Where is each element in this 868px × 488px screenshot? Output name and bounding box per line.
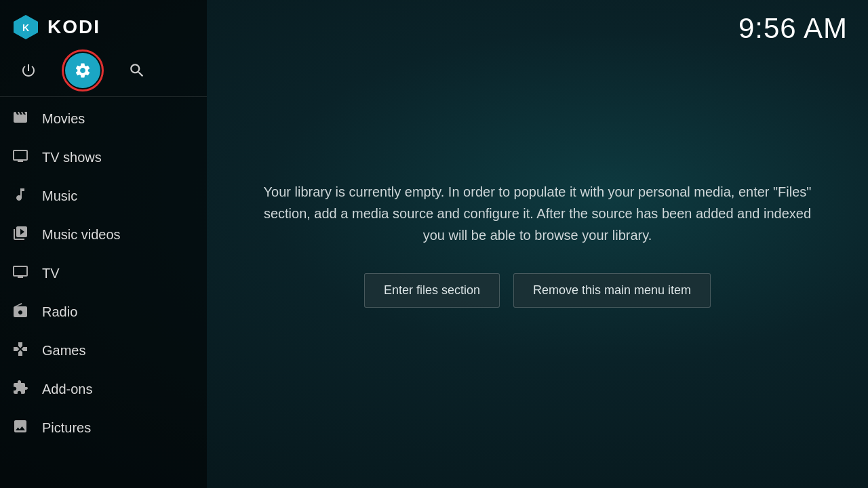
sidebar-item-music-videos[interactable]: Music videos [0, 216, 207, 254]
sidebar-divider [0, 96, 207, 97]
sidebar-header: K KODI [0, 0, 207, 49]
sidebar-toolbar [0, 49, 207, 96]
sidebar-item-tv[interactable]: TV [0, 254, 207, 293]
sidebar-item-add-ons[interactable]: Add-ons [0, 370, 207, 409]
remove-menu-item-button[interactable]: Remove this main menu item [513, 273, 711, 308]
movies-label: Movies [42, 111, 85, 127]
add-ons-label: Add-ons [42, 382, 93, 397]
pictures-label: Pictures [42, 420, 91, 436]
sidebar-item-movies[interactable]: Movies [0, 100, 207, 138]
tv-label: TV [42, 266, 60, 281]
games-icon [11, 341, 30, 361]
sidebar-item-radio[interactable]: Radio [0, 293, 207, 331]
music-videos-icon [11, 225, 30, 245]
radio-label: Radio [42, 304, 77, 320]
action-buttons: Enter files section Remove this main men… [364, 273, 711, 308]
music-videos-label: Music videos [42, 227, 121, 243]
music-label: Music [42, 188, 77, 204]
sidebar: K KODI Mo [0, 0, 207, 488]
enter-files-button[interactable]: Enter files section [364, 273, 500, 308]
tv-shows-icon [11, 148, 30, 167]
library-empty-message: Your library is currently empty. In orde… [243, 181, 833, 246]
radio-icon [11, 302, 30, 322]
tv-shows-label: TV shows [42, 150, 102, 165]
sidebar-item-tv-shows[interactable]: TV shows [0, 138, 207, 177]
games-label: Games [42, 343, 85, 359]
kodi-logo: K [11, 12, 41, 42]
main-content: 9:56 AM Your library is currently empty.… [207, 0, 868, 488]
sidebar-item-pictures[interactable]: Pictures [0, 409, 207, 447]
sidebar-item-games[interactable]: Games [0, 331, 207, 370]
addons-icon [11, 380, 30, 399]
music-icon [11, 186, 30, 206]
power-button[interactable] [11, 53, 46, 88]
clock: 9:56 AM [738, 12, 848, 45]
tv-icon [11, 264, 30, 283]
nav-list: Movies TV shows Music Music videos TV [0, 100, 207, 447]
search-button[interactable] [119, 53, 155, 88]
app-title: KODI [47, 16, 100, 38]
settings-button[interactable] [65, 53, 100, 88]
sidebar-item-music[interactable]: Music [0, 177, 207, 216]
movies-icon [11, 109, 30, 129]
svg-text:K: K [22, 22, 29, 33]
pictures-icon [11, 418, 30, 438]
